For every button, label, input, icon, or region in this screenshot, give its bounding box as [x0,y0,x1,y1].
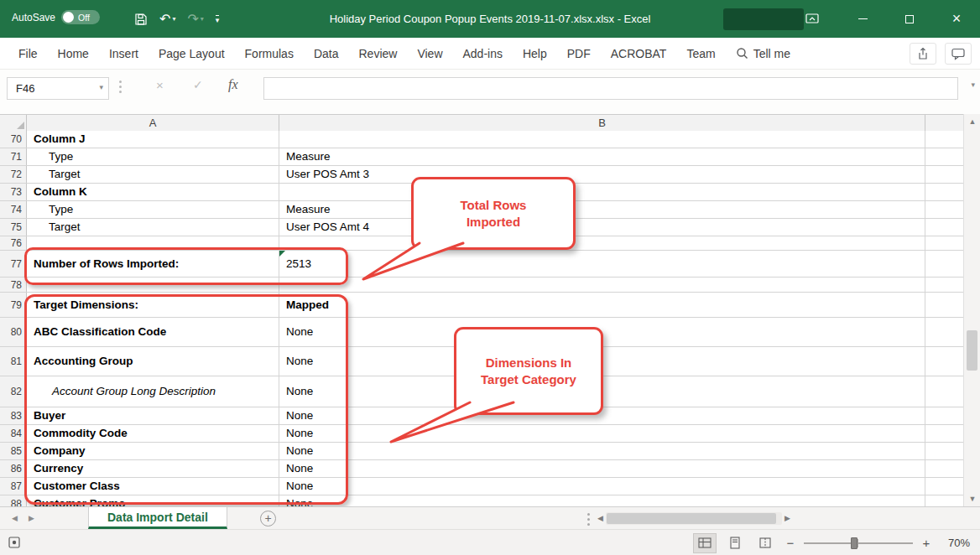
zoom-in-button[interactable]: + [920,536,933,550]
row-number[interactable]: 84 [0,425,27,442]
cell-c[interactable] [925,293,963,317]
cell-b[interactable] [279,184,925,200]
ribbon-tab-help[interactable]: Help [513,38,557,70]
ribbon-tab-page-layout[interactable]: Page Layout [149,38,235,70]
cell-a[interactable]: Customer Promo [27,495,279,506]
name-box-dropdown-icon[interactable]: ▾ [99,83,103,91]
cell-b[interactable]: None [279,376,925,407]
row-number[interactable]: 75 [0,219,27,236]
formula-input[interactable] [263,77,958,100]
cell-c[interactable] [925,443,963,459]
share-icon[interactable] [910,43,936,65]
row-number[interactable]: 72 [0,166,27,183]
ribbon-tab-review[interactable]: Review [349,38,408,70]
tab-bar-splitter[interactable] [587,513,590,526]
cell-b[interactable]: 2513 [279,251,925,277]
zoom-level-label[interactable]: 70% [940,537,970,549]
cell-c[interactable] [925,219,963,236]
cell-b[interactable]: None [279,460,925,477]
cell-c[interactable] [925,347,963,376]
ribbon-tab-acrobat[interactable]: ACROBAT [601,38,677,70]
cell-a[interactable]: Target [27,219,279,236]
insert-function-button[interactable]: fx [228,77,238,92]
cell-b[interactable]: None [279,495,925,506]
cell-c[interactable] [925,478,963,495]
cell-a[interactable]: Target Dimensions: [27,293,279,317]
vscroll-up-icon[interactable]: ▲ [964,117,980,126]
cell-c[interactable] [925,278,963,292]
cell-a[interactable]: Commodity Code [27,425,279,442]
cell-c[interactable] [925,318,963,346]
tell-me-box[interactable]: Tell me [726,38,800,70]
ribbon-tab-view[interactable]: View [407,38,452,70]
hscroll-right-icon[interactable]: ▶ [785,514,790,522]
cell-a[interactable]: Company [27,443,279,459]
minimize-button[interactable] [839,0,886,38]
row-number[interactable]: 87 [0,478,27,495]
page-break-view-button[interactable] [753,533,777,553]
zoom-slider[interactable] [804,537,913,550]
cell-a[interactable]: Customer Class [27,478,279,495]
cell-b[interactable] [279,278,925,292]
zoom-out-button[interactable]: − [784,536,797,550]
row-number[interactable]: 76 [0,236,27,250]
cell-b[interactable] [279,236,925,250]
row-number[interactable]: 70 [0,131,27,148]
cell-a[interactable]: Number of Rows Imported: [27,251,279,277]
cell-c[interactable] [925,407,963,424]
cell-a[interactable]: Account Group Long Description [27,376,279,407]
cell-c[interactable] [925,166,963,183]
new-sheet-button[interactable]: + [260,511,276,526]
ribbon-tab-add-ins[interactable]: Add-ins [453,38,513,70]
sheet-nav-left-icon[interactable]: ◀ [12,507,18,530]
page-layout-view-button[interactable] [723,533,747,553]
row-number[interactable]: 79 [0,293,27,317]
cell-b[interactable]: None [279,407,925,424]
row-number[interactable]: 83 [0,407,27,424]
autosave-pill[interactable]: Off [61,10,100,24]
sheet-nav-right-icon[interactable]: ▶ [29,507,34,530]
cell-b[interactable]: None [279,318,925,346]
ribbon-tab-insert[interactable]: Insert [99,38,149,70]
row-number[interactable]: 73 [0,184,27,200]
enter-entry-icon[interactable]: ✓ [193,78,203,91]
cell-b[interactable]: Mapped [279,293,925,317]
redo-dropdown-icon[interactable]: ▾ [201,15,204,23]
cell-c[interactable] [925,251,963,277]
row-number[interactable]: 88 [0,495,27,506]
cell-a[interactable] [27,236,279,250]
cancel-entry-icon[interactable]: × [156,78,164,92]
name-box[interactable]: F46 ▾ [7,77,109,100]
cell-b[interactable]: Measure [279,201,925,218]
formula-bar-expand-icon[interactable]: ▾ [971,80,975,89]
ribbon-display-options-icon[interactable] [805,12,819,29]
sheet-tab-data-import-detail[interactable]: Data Import Detail [88,507,227,529]
horizontal-scrollbar[interactable]: ◀ ▶ [597,511,790,526]
cell-b[interactable]: None [279,425,925,442]
cell-b[interactable]: None [279,443,925,459]
column-header-b[interactable]: B [279,115,925,132]
redo-button[interactable]: ↷▾ [187,11,203,27]
vscroll-track[interactable] [964,131,980,490]
comments-icon[interactable] [945,43,972,65]
vscroll-thumb[interactable] [967,330,977,371]
undo-button[interactable]: ↶▾ [159,11,175,27]
undo-dropdown-icon[interactable]: ▾ [172,15,175,23]
cell-c[interactable] [925,495,963,506]
row-number[interactable]: 81 [0,347,27,376]
cell-a[interactable]: Target [27,166,279,183]
cell-a[interactable]: Type [27,148,279,165]
normal-view-button[interactable] [693,533,717,553]
cell-a[interactable]: Column K [27,184,279,200]
ribbon-tab-file[interactable]: File [8,38,48,70]
cell-a[interactable]: Type [27,201,279,218]
row-number[interactable]: 78 [0,278,27,292]
row-number[interactable]: 82 [0,376,27,407]
row-number[interactable]: 71 [0,148,27,165]
hscroll-track[interactable] [606,512,782,525]
cell-a[interactable]: Column J [27,131,279,148]
cell-b[interactable]: User POS Amt 4 [279,219,925,236]
cell-a[interactable]: Accounting Group [27,347,279,376]
cell-b[interactable]: None [279,478,925,495]
hscroll-left-icon[interactable]: ◀ [597,514,603,522]
